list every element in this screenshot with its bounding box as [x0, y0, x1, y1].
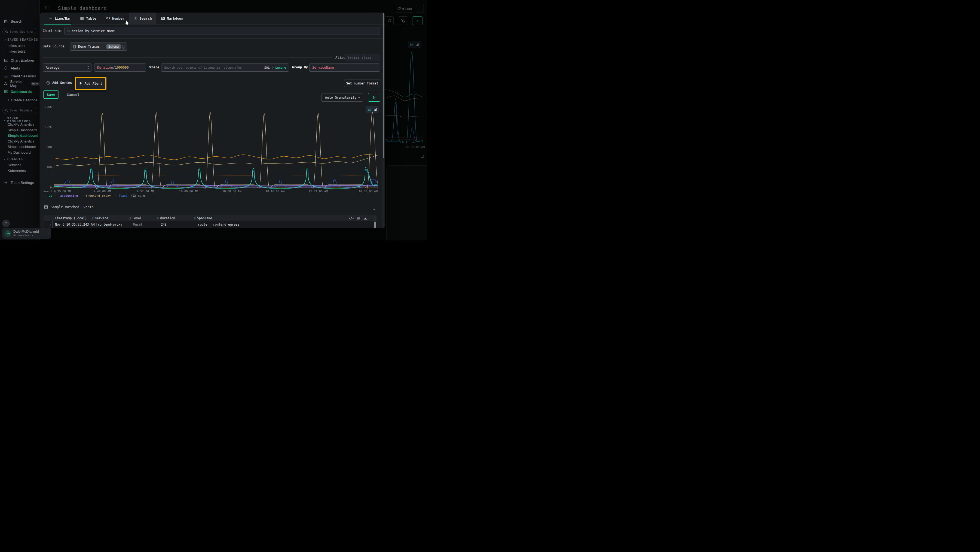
preset-link[interactable]: Kubernetes: [8, 169, 38, 173]
preset-link[interactable]: Services: [8, 163, 38, 167]
collapse-section-icon[interactable]: [374, 206, 375, 212]
data-source-select[interactable]: Demo Traces Schema: [70, 43, 127, 51]
user-menu[interactable]: DM Dale McDiarmid demo-service -: [2, 228, 51, 239]
sidebar-item-dashboards[interactable]: Dashboards: [0, 88, 40, 95]
saved-dashboards-search[interactable]: [2, 107, 37, 114]
x-tick-label: 9:44:00 AM: [94, 190, 111, 193]
where-label: Where: [150, 65, 159, 69]
legend-item[interactable]: accounting: [55, 194, 78, 198]
sidebar-item-team-settings[interactable]: Team Settings: [0, 179, 40, 186]
help-button[interactable]: ?: [2, 220, 10, 227]
sql-toggle[interactable]: SQL: [264, 66, 270, 70]
plus-circle-icon: [46, 81, 50, 85]
saved-searches-search[interactable]: [2, 28, 37, 35]
schema-badge: Schema: [107, 45, 121, 49]
saved-search-link[interactable]: mikes tets2: [8, 49, 38, 53]
legend-item[interactable]: flagd: [114, 194, 127, 198]
sample-events-header[interactable]: Sample Matched Events: [44, 205, 94, 209]
table-icon: [80, 17, 84, 20]
col-service[interactable]: ⣿service: [92, 215, 108, 221]
dashboard-link-active[interactable]: Simple dashboard: [8, 134, 38, 137]
sidebar-item-search[interactable]: Search: [0, 18, 40, 24]
y-tick-label: 1.2K: [43, 125, 52, 129]
modal-scrollbar[interactable]: [382, 13, 384, 228]
set-number-format-button[interactable]: Set number format: [344, 80, 380, 87]
search-icon: [5, 30, 8, 33]
sidebar-item-chart-explorer[interactable]: Chart Explorer: [0, 57, 40, 64]
saved-dashboards-input[interactable]: [10, 109, 33, 112]
legend-item[interactable]: frontend-proxy: [81, 194, 111, 198]
col-duration[interactable]: ⣿duration: [157, 215, 175, 221]
lucene-toggle[interactable]: Lucene: [275, 66, 286, 70]
add-series-button[interactable]: Add Series: [46, 81, 72, 85]
download-icon[interactable]: [363, 217, 367, 220]
chevron-right-icon: [47, 231, 48, 236]
x-tick-label: 10:00:00 AM: [179, 190, 198, 193]
search-doc-icon: [4, 19, 8, 23]
query-language-toggle: SQL | Lucene: [264, 66, 286, 70]
saved-search-link[interactable]: mikes alert: [8, 44, 38, 48]
tab-table[interactable]: Table: [76, 13, 101, 24]
alias-input[interactable]: [345, 54, 380, 61]
y-tick-label: 1.6K: [43, 105, 52, 108]
list-icon: [44, 205, 48, 209]
drag-handle-icon: ⣿: [129, 217, 130, 220]
field-expression-input[interactable]: Duration/1000000: [94, 64, 146, 72]
dashboard-link[interactable]: Simple Dashboard: [8, 128, 38, 132]
presets-header[interactable]: PRESETS: [4, 158, 23, 161]
x-tick-label: Nov 6 9:35:00 AM: [43, 190, 71, 193]
alias-field: [348, 56, 377, 59]
line-chart-icon: [49, 17, 52, 20]
tab-line-bar[interactable]: Line/Bar: [44, 13, 76, 24]
saved-dashboards-header[interactable]: SAVED DASHBOARDS: [4, 117, 40, 123]
database-icon: [73, 45, 76, 48]
gear-icon: [4, 181, 8, 185]
dashboard-link[interactable]: Simple dashboard: [8, 145, 38, 149]
table-header-row: Timestamp (Local) ⣿service ⣿level ⣿durat…: [43, 215, 377, 221]
expand-row-icon[interactable]: [49, 221, 51, 228]
granularity-select[interactable]: Auto Granularity: [321, 93, 363, 102]
legend-item[interactable]: ad: [44, 194, 52, 198]
tab-markdown[interactable]: M↓ Markdown: [156, 13, 188, 24]
search-doc-icon: [134, 17, 137, 20]
cancel-button[interactable]: Cancel: [67, 93, 80, 97]
active-tab-underline: [44, 24, 71, 24]
group-by-label: Group By: [292, 65, 308, 69]
save-button[interactable]: Save: [43, 91, 59, 99]
table-scrollbar[interactable]: [374, 215, 376, 228]
add-alert-highlight: Add Alert: [75, 77, 107, 90]
user-subtitle: demo-service -: [13, 233, 39, 237]
group-by-input[interactable]: ServiceName: [309, 64, 380, 72]
chart-name-input[interactable]: [65, 27, 380, 35]
wrap-lines-icon[interactable]: [356, 217, 360, 220]
table-row[interactable]: Nov 6 10:35:23.243 AM frontend-proxy Uns…: [43, 228, 377, 228]
dashboard-link[interactable]: My Dashboard: [8, 150, 38, 155]
sidebar-item-client-sessions[interactable]: Client Sessions: [0, 73, 40, 79]
saved-searches-header[interactable]: SAVED SEARCHES: [4, 38, 38, 41]
tab-search[interactable]: Search: [129, 13, 156, 24]
col-timestamp[interactable]: Timestamp (Local): [55, 215, 87, 221]
laptop-icon: [4, 74, 8, 78]
chart-legend: ad accounting frontend-proxy flagd +12 m…: [44, 194, 145, 198]
x-tick-label: 10:08:00 AM: [223, 190, 242, 193]
sidebar-item-alerts[interactable]: Alerts: [0, 65, 40, 72]
col-level[interactable]: ⣿level: [129, 215, 142, 221]
aggregation-select[interactable]: Average: [43, 64, 91, 72]
table-row[interactable]: Nov 6 10:35:23.243 AM frontend-proxy Uns…: [43, 221, 377, 228]
dashboard-link[interactable]: ClickPy Analytics: [8, 139, 38, 143]
duration-by-service-chart: [43, 104, 380, 188]
run-query-button[interactable]: [368, 93, 380, 102]
add-alert-button[interactable]: Add Alert: [79, 82, 102, 86]
saved-searches-input[interactable]: [10, 30, 33, 33]
create-dashboard-button[interactable]: + Create Dashboard: [8, 98, 38, 102]
sidebar-item-service-map[interactable]: Service Map BETA: [0, 80, 40, 87]
x-tick-label: 10:35:00 AM: [358, 190, 377, 193]
series-divider: [43, 57, 332, 58]
dashboard-link[interactable]: ClickPy Analytics: [8, 122, 38, 126]
col-span-name[interactable]: ⣿SpanName: [194, 215, 212, 221]
legend-more-button[interactable]: +12 more: [130, 194, 145, 198]
chevron-down-icon: [4, 119, 6, 121]
code-view-icon[interactable]: </>: [349, 217, 354, 220]
chart-area[interactable]: 04008001.2K1.6K Nov 6 9:35:00 AM9:44:00 …: [43, 104, 380, 189]
where-input[interactable]: SQL | Lucene: [161, 64, 289, 72]
